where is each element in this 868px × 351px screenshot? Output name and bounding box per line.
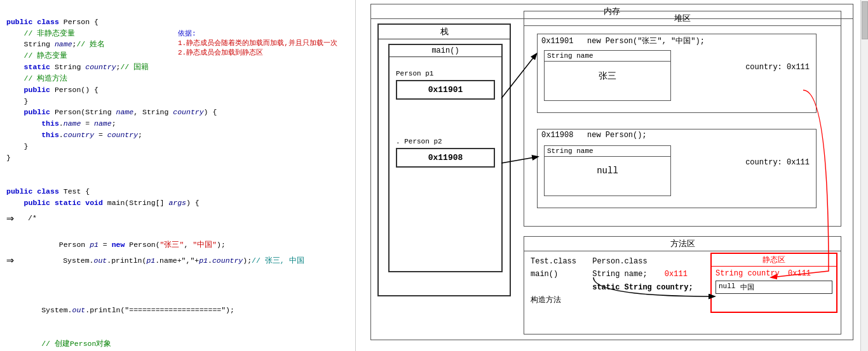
arrow-row-1: ⇒/* <box>6 209 349 228</box>
code-comment-start: /* <box>28 213 37 224</box>
p2-label: . Person p2 <box>396 138 495 145</box>
main-frame-title: main() <box>390 45 501 57</box>
method-person-class: Person.class <box>592 255 647 268</box>
p1-slot: Person p1 0x11901 <box>396 70 495 100</box>
diagram-panel: 内存 栈 main() Person p1 0x11901 . Person p… <box>356 0 868 351</box>
code-line-12: } <box>6 142 29 150</box>
method-area: 方法区 Test.class Person.class main() Strin… <box>524 236 841 334</box>
static-addr: 0x111 <box>788 269 811 278</box>
arrow-icon-2: ⇒ <box>6 251 27 270</box>
code-line-15: public static void main(String[] args) { <box>6 199 200 207</box>
code-line-4: // 静态变量 <box>6 51 67 60</box>
code-line-10: this.name = name; <box>6 119 116 128</box>
main-frame: main() Person p1 0x11901 . Person p2 0x1… <box>388 44 503 272</box>
heap-obj2-str-name-value: null <box>545 157 670 185</box>
method-test-class: Test.class <box>531 255 588 268</box>
method-static-country: static String country; <box>592 281 693 294</box>
p1-label: Person p1 <box>396 70 495 77</box>
heap-obj-1: 0x11901 new Person("张三", "中国"); String n… <box>537 34 817 113</box>
code-comment-create: // 创建Person对象 <box>6 340 111 348</box>
code-line-8: } <box>6 97 29 105</box>
dep-note-area: 依据: 1.静态成员会随着类的加载而加载,并且只加载一次 2.静态成员会加载到静… <box>178 29 343 57</box>
dep-title: 依据: <box>178 29 343 38</box>
heap-obj1-str-name-value: 张三 <box>545 62 670 91</box>
code-line-2: // 非静态变量 <box>6 29 75 37</box>
memory-outer-box: 内存 栈 main() Person p1 0x11901 . Person p… <box>370 4 853 340</box>
code-line-9: public Person(String name, String countr… <box>6 108 217 116</box>
p2-slot: . Person p2 0x11908 <box>396 138 495 168</box>
code-line-16: Person p1 = new Person("张三", "中国"); <box>6 241 226 249</box>
scrollbar-thumb[interactable] <box>862 1 868 39</box>
code-line-14: public class Test { <box>6 187 90 195</box>
code-line-1: public class Person { <box>6 18 98 26</box>
dep-note-2: 2.静态成员会加载到静态区 <box>178 48 343 57</box>
vertical-scrollbar[interactable] <box>860 0 868 351</box>
static-area: 静态区 String country 0x111 null 中国 <box>710 253 837 313</box>
arrow-row-2: ⇒ System.out.println(p1.name+","+p1.coun… <box>6 251 349 270</box>
code-line-sep1: System.out.println("====================… <box>6 306 234 314</box>
code-line-11: this.country = country; <box>6 131 142 139</box>
heap-title: 堆区 <box>524 11 841 26</box>
heap-obj1-str-name-box: String name 张三 <box>544 50 671 101</box>
arrow-icon-1: ⇒ <box>6 209 27 228</box>
heap-area: 堆区 0x11901 new Person("张三", "中国"); Strin… <box>524 11 841 227</box>
p2-addr-box: 0x11908 <box>396 148 495 168</box>
code-line-3: String name;// 姓名 <box>6 40 105 48</box>
code-line-7: public Person() { <box>6 86 98 94</box>
stack-title: 栈 <box>379 25 510 39</box>
heap-obj2-addr: 0x11908 new Person(); <box>538 129 816 141</box>
heap-obj1-str-name-label: String name <box>545 51 670 62</box>
method-constructor-label: 构造方法 <box>531 294 588 307</box>
heap-obj1-addr: 0x11901 new Person("张三", "中国"); <box>538 34 816 48</box>
static-str-country: String country <box>715 269 780 278</box>
heap-obj1-country-ref: country: 0x111 <box>745 63 810 72</box>
method-str-name: String name; <box>592 268 647 281</box>
p1-addr-box: 0x11901 <box>396 80 495 100</box>
heap-obj2-str-name-box: String name null <box>544 145 671 196</box>
heap-obj2-country-ref: country: 0x111 <box>745 158 810 167</box>
method-title: 方法区 <box>524 237 841 251</box>
stack-box: 栈 main() Person p1 0x11901 . Person p2 0… <box>377 23 511 296</box>
heap-obj-2: 0x11908 new Person(); String name null c… <box>537 129 817 208</box>
method-main: main() <box>531 268 588 281</box>
method-addr-0x111: 0x111 <box>665 270 688 279</box>
code-line-6: // 构造方法 <box>6 74 67 83</box>
heap-obj2-str-name-label: String name <box>545 146 670 157</box>
code-line-13: } <box>6 154 11 162</box>
static-value-box: null 中国 <box>715 281 832 294</box>
code-line-5: static String country;// 国籍 <box>6 63 149 71</box>
static-null: null <box>719 282 735 292</box>
dep-note-1: 1.静态成员会随着类的加载而加载,并且只加载一次 <box>178 38 343 48</box>
code-line-println-p1: System.out.println(p1.name+","+p1.countr… <box>28 255 304 267</box>
static-china: 中国 <box>740 282 754 292</box>
static-inner: String country 0x111 null 中国 <box>712 267 836 296</box>
static-area-title: 静态区 <box>712 254 836 267</box>
